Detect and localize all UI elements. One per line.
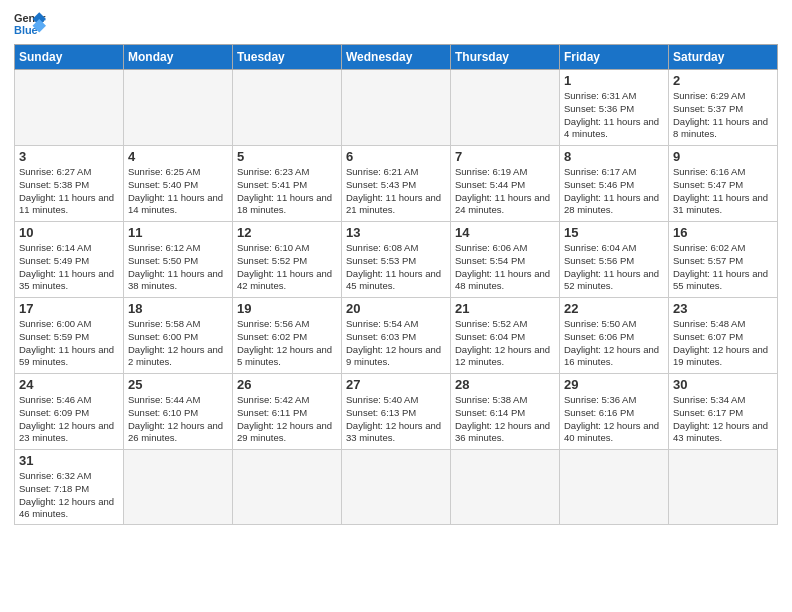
day-info: Sunrise: 6:04 AM Sunset: 5:56 PM Dayligh… — [564, 242, 664, 293]
day-number: 9 — [673, 149, 773, 164]
day-info: Sunrise: 6:10 AM Sunset: 5:52 PM Dayligh… — [237, 242, 337, 293]
day-number: 20 — [346, 301, 446, 316]
calendar-cell: 29Sunrise: 5:36 AM Sunset: 6:16 PM Dayli… — [560, 374, 669, 450]
weekday-header-thursday: Thursday — [451, 45, 560, 70]
day-number: 24 — [19, 377, 119, 392]
week-row-4: 17Sunrise: 6:00 AM Sunset: 5:59 PM Dayli… — [15, 298, 778, 374]
calendar-cell: 3Sunrise: 6:27 AM Sunset: 5:38 PM Daylig… — [15, 146, 124, 222]
calendar-cell — [451, 450, 560, 525]
week-row-6: 31Sunrise: 6:32 AM Sunset: 7:18 PM Dayli… — [15, 450, 778, 525]
day-number: 16 — [673, 225, 773, 240]
day-info: Sunrise: 6:17 AM Sunset: 5:46 PM Dayligh… — [564, 166, 664, 217]
calendar-cell: 23Sunrise: 5:48 AM Sunset: 6:07 PM Dayli… — [669, 298, 778, 374]
weekday-header-saturday: Saturday — [669, 45, 778, 70]
day-number: 22 — [564, 301, 664, 316]
calendar-cell: 17Sunrise: 6:00 AM Sunset: 5:59 PM Dayli… — [15, 298, 124, 374]
week-row-5: 24Sunrise: 5:46 AM Sunset: 6:09 PM Dayli… — [15, 374, 778, 450]
calendar-cell: 4Sunrise: 6:25 AM Sunset: 5:40 PM Daylig… — [124, 146, 233, 222]
generalblue-logo-icon: General Blue — [14, 10, 46, 38]
day-number: 19 — [237, 301, 337, 316]
day-info: Sunrise: 5:58 AM Sunset: 6:00 PM Dayligh… — [128, 318, 228, 369]
weekday-header-sunday: Sunday — [15, 45, 124, 70]
day-number: 23 — [673, 301, 773, 316]
calendar-cell: 11Sunrise: 6:12 AM Sunset: 5:50 PM Dayli… — [124, 222, 233, 298]
day-number: 11 — [128, 225, 228, 240]
day-info: Sunrise: 6:19 AM Sunset: 5:44 PM Dayligh… — [455, 166, 555, 217]
day-info: Sunrise: 6:29 AM Sunset: 5:37 PM Dayligh… — [673, 90, 773, 141]
day-number: 12 — [237, 225, 337, 240]
day-number: 14 — [455, 225, 555, 240]
calendar-cell: 22Sunrise: 5:50 AM Sunset: 6:06 PM Dayli… — [560, 298, 669, 374]
day-info: Sunrise: 6:02 AM Sunset: 5:57 PM Dayligh… — [673, 242, 773, 293]
calendar-cell: 30Sunrise: 5:34 AM Sunset: 6:17 PM Dayli… — [669, 374, 778, 450]
calendar-cell: 26Sunrise: 5:42 AM Sunset: 6:11 PM Dayli… — [233, 374, 342, 450]
day-number: 2 — [673, 73, 773, 88]
weekday-header-wednesday: Wednesday — [342, 45, 451, 70]
day-info: Sunrise: 6:21 AM Sunset: 5:43 PM Dayligh… — [346, 166, 446, 217]
day-info: Sunrise: 6:12 AM Sunset: 5:50 PM Dayligh… — [128, 242, 228, 293]
weekday-header-monday: Monday — [124, 45, 233, 70]
day-number: 17 — [19, 301, 119, 316]
calendar-cell: 1Sunrise: 6:31 AM Sunset: 5:36 PM Daylig… — [560, 70, 669, 146]
day-number: 7 — [455, 149, 555, 164]
calendar-cell: 5Sunrise: 6:23 AM Sunset: 5:41 PM Daylig… — [233, 146, 342, 222]
calendar-cell: 15Sunrise: 6:04 AM Sunset: 5:56 PM Dayli… — [560, 222, 669, 298]
calendar-cell — [124, 70, 233, 146]
day-number: 30 — [673, 377, 773, 392]
weekday-header-friday: Friday — [560, 45, 669, 70]
day-number: 25 — [128, 377, 228, 392]
calendar-cell: 13Sunrise: 6:08 AM Sunset: 5:53 PM Dayli… — [342, 222, 451, 298]
day-info: Sunrise: 5:42 AM Sunset: 6:11 PM Dayligh… — [237, 394, 337, 445]
day-number: 6 — [346, 149, 446, 164]
calendar-cell: 14Sunrise: 6:06 AM Sunset: 5:54 PM Dayli… — [451, 222, 560, 298]
day-info: Sunrise: 5:48 AM Sunset: 6:07 PM Dayligh… — [673, 318, 773, 369]
calendar-cell — [233, 450, 342, 525]
calendar-cell — [342, 450, 451, 525]
day-info: Sunrise: 6:32 AM Sunset: 7:18 PM Dayligh… — [19, 470, 119, 521]
page: General Blue SundayMondayTuesdayWednesda… — [0, 0, 792, 612]
day-number: 1 — [564, 73, 664, 88]
day-number: 29 — [564, 377, 664, 392]
calendar-cell: 2Sunrise: 6:29 AM Sunset: 5:37 PM Daylig… — [669, 70, 778, 146]
header-area: General Blue — [14, 10, 778, 38]
day-info: Sunrise: 5:46 AM Sunset: 6:09 PM Dayligh… — [19, 394, 119, 445]
day-info: Sunrise: 5:50 AM Sunset: 6:06 PM Dayligh… — [564, 318, 664, 369]
calendar-cell: 7Sunrise: 6:19 AM Sunset: 5:44 PM Daylig… — [451, 146, 560, 222]
day-number: 26 — [237, 377, 337, 392]
day-info: Sunrise: 5:52 AM Sunset: 6:04 PM Dayligh… — [455, 318, 555, 369]
week-row-2: 3Sunrise: 6:27 AM Sunset: 5:38 PM Daylig… — [15, 146, 778, 222]
day-info: Sunrise: 6:00 AM Sunset: 5:59 PM Dayligh… — [19, 318, 119, 369]
calendar-cell: 6Sunrise: 6:21 AM Sunset: 5:43 PM Daylig… — [342, 146, 451, 222]
calendar-cell: 28Sunrise: 5:38 AM Sunset: 6:14 PM Dayli… — [451, 374, 560, 450]
weekday-header-tuesday: Tuesday — [233, 45, 342, 70]
calendar-cell: 19Sunrise: 5:56 AM Sunset: 6:02 PM Dayli… — [233, 298, 342, 374]
calendar-cell — [560, 450, 669, 525]
calendar-cell: 25Sunrise: 5:44 AM Sunset: 6:10 PM Dayli… — [124, 374, 233, 450]
calendar-cell: 31Sunrise: 6:32 AM Sunset: 7:18 PM Dayli… — [15, 450, 124, 525]
day-info: Sunrise: 6:23 AM Sunset: 5:41 PM Dayligh… — [237, 166, 337, 217]
day-info: Sunrise: 6:16 AM Sunset: 5:47 PM Dayligh… — [673, 166, 773, 217]
day-info: Sunrise: 5:40 AM Sunset: 6:13 PM Dayligh… — [346, 394, 446, 445]
day-info: Sunrise: 6:27 AM Sunset: 5:38 PM Dayligh… — [19, 166, 119, 217]
day-number: 13 — [346, 225, 446, 240]
calendar-cell — [15, 70, 124, 146]
day-info: Sunrise: 5:56 AM Sunset: 6:02 PM Dayligh… — [237, 318, 337, 369]
weekday-header-row: SundayMondayTuesdayWednesdayThursdayFrid… — [15, 45, 778, 70]
day-number: 18 — [128, 301, 228, 316]
calendar-cell: 20Sunrise: 5:54 AM Sunset: 6:03 PM Dayli… — [342, 298, 451, 374]
calendar-cell — [669, 450, 778, 525]
day-number: 3 — [19, 149, 119, 164]
calendar-cell: 12Sunrise: 6:10 AM Sunset: 5:52 PM Dayli… — [233, 222, 342, 298]
day-info: Sunrise: 5:38 AM Sunset: 6:14 PM Dayligh… — [455, 394, 555, 445]
day-info: Sunrise: 6:31 AM Sunset: 5:36 PM Dayligh… — [564, 90, 664, 141]
logo: General Blue — [14, 10, 46, 38]
day-number: 31 — [19, 453, 119, 468]
calendar-cell — [451, 70, 560, 146]
day-number: 27 — [346, 377, 446, 392]
day-number: 8 — [564, 149, 664, 164]
day-number: 5 — [237, 149, 337, 164]
day-info: Sunrise: 6:08 AM Sunset: 5:53 PM Dayligh… — [346, 242, 446, 293]
calendar-cell — [342, 70, 451, 146]
calendar-cell: 10Sunrise: 6:14 AM Sunset: 5:49 PM Dayli… — [15, 222, 124, 298]
calendar-table: SundayMondayTuesdayWednesdayThursdayFrid… — [14, 44, 778, 525]
